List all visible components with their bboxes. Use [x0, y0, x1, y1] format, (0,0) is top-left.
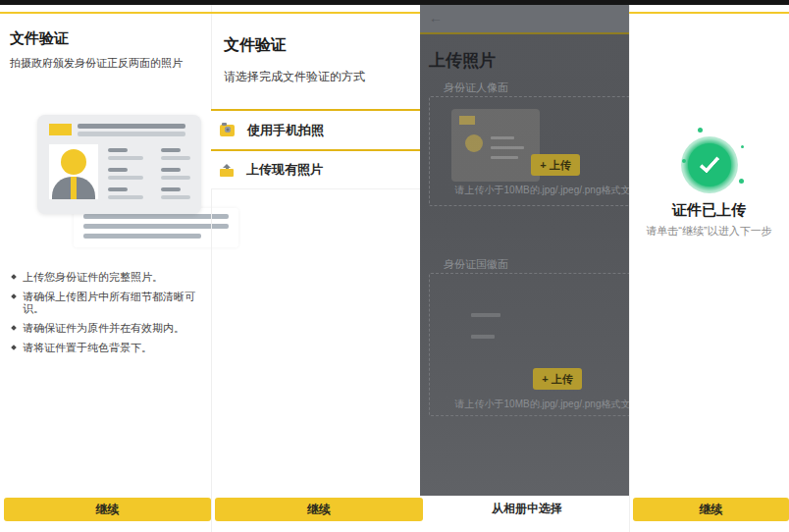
- upload-hint-back: 请上传小于10MB的.jpg/.jpeg/.png格式文件: [430, 398, 629, 411]
- panel-document-verification-intro: 文件验证 拍摄政府颁发身份证正反两面的照片: [0, 0, 211, 532]
- option-label: 上传现有照片: [246, 161, 323, 179]
- sparkle-dot: [739, 179, 744, 184]
- page-title: 文件验证: [224, 35, 287, 56]
- ghost-id-illustration: [451, 109, 540, 182]
- panel-verification-method: 文件验证 请选择完成文件验证的方式 使用手机拍照 上传现有照片: [211, 0, 420, 532]
- sparkle-dot: [682, 159, 686, 163]
- continue-button-success[interactable]: 继续: [633, 498, 789, 521]
- header-accent-line: [420, 32, 629, 34]
- dimmed-upload-screen: ← 上传照片 身份证人像面 + 上传 请上传小于10MB的.jpg/.jpeg/…: [420, 5, 629, 496]
- upload-button-front[interactable]: + 上传: [531, 154, 580, 176]
- success-icon-group: [629, 0, 789, 532]
- instruction-list: 上传您身份证件的完整照片。 请确保上传图片中所有细节都清晰可识。 请确保证件为原…: [12, 271, 208, 361]
- select-from-album-button[interactable]: 从相册中选择: [425, 497, 629, 521]
- sparkle-dot: [741, 145, 744, 148]
- option-upload-existing[interactable]: 上传现有照片: [211, 149, 420, 189]
- accent-line: [0, 12, 789, 14]
- sparkle-dot: [698, 128, 703, 133]
- kyc-flow-screenshot: 文件验证 拍摄政府颁发身份证正反两面的照片: [0, 0, 789, 532]
- option-label: 使用手机拍照: [247, 122, 324, 139]
- section-label-back: 身份证国徽面: [444, 257, 508, 272]
- list-item: 上传您身份证件的完整照片。: [12, 271, 208, 283]
- upload-page-title: 上传照片: [429, 49, 496, 72]
- list-item: 请将证件置于纯色背景下。: [12, 342, 208, 353]
- list-item: 请确保上传图片中所有细节都清晰可识。: [12, 291, 208, 314]
- upload-card-back: + 上传 请上传小于10MB的.jpg/.jpeg/.png格式文件: [429, 273, 629, 416]
- id-photo-graphic: [49, 144, 98, 199]
- page-subtitle: 拍摄政府颁发身份证正反两面的照片: [10, 56, 206, 71]
- upload-card-front: + 上传 请上传小于10MB的.jpg/.jpeg/.png格式文件: [429, 96, 629, 206]
- camera-icon: [220, 125, 235, 136]
- option-take-photo[interactable]: 使用手机拍照: [211, 109, 420, 149]
- upload-hint-front: 请上传小于10MB的.jpg/.jpeg/.png格式文件: [430, 184, 629, 197]
- panel-upload-photos-overlay: ← 上传照片 身份证人像面 + 上传 请上传小于10MB的.jpg/.jpeg/…: [420, 0, 629, 532]
- success-title: 证件已上传: [629, 201, 789, 220]
- overlay-header: ←: [420, 5, 629, 32]
- page-title: 文件验证: [10, 29, 69, 48]
- continue-button-method[interactable]: 继续: [215, 498, 423, 521]
- section-label-front: 身份证人像面: [444, 80, 508, 95]
- upload-button-back[interactable]: + 上传: [533, 368, 582, 390]
- list-item: 请确保证件为原件并在有效期内。: [12, 322, 208, 334]
- success-subtitle: 请单击“继续”以进入下一步: [629, 224, 789, 239]
- id-card-graphic: [37, 115, 201, 214]
- panel-upload-success: 证件已上传 请单击“继续”以进入下一步: [629, 0, 789, 532]
- continue-button-intro[interactable]: 继续: [4, 498, 211, 521]
- upload-tray-icon: [220, 164, 234, 177]
- id-card-illustration: [27, 110, 211, 247]
- top-black-bar: [0, 0, 789, 5]
- page-subtitle: 请选择完成文件验证的方式: [224, 69, 365, 85]
- back-arrow-icon[interactable]: ←: [429, 10, 443, 26]
